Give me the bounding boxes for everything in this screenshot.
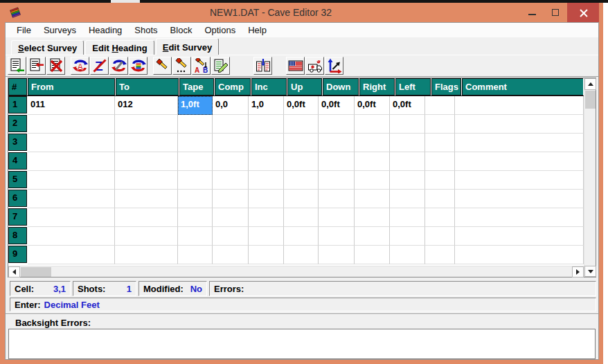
cell-comment-row5[interactable] bbox=[455, 171, 584, 190]
cell-flags-row8[interactable] bbox=[425, 227, 455, 246]
cell-left-row1[interactable]: 0,0ft bbox=[390, 96, 425, 115]
cell-comp-row6[interactable] bbox=[213, 190, 249, 208]
menu-heading[interactable]: Heading bbox=[82, 24, 128, 37]
row-number-7[interactable]: 7 bbox=[8, 208, 27, 226]
cell-left-row6[interactable] bbox=[390, 190, 425, 208]
cell-to-row3[interactable] bbox=[115, 134, 178, 152]
menu-surveys[interactable]: Surveys bbox=[37, 24, 82, 37]
cell-left-row2[interactable] bbox=[390, 115, 425, 134]
cell-right-row1[interactable]: 0,0ft bbox=[355, 96, 390, 115]
cell-right-row6[interactable] bbox=[355, 190, 390, 208]
vertical-scrollbar[interactable] bbox=[584, 78, 596, 277]
cell-comment-row7[interactable] bbox=[455, 208, 584, 227]
cell-inc-row9[interactable] bbox=[249, 246, 284, 264]
cell-left-row5[interactable] bbox=[390, 171, 425, 190]
cell-right-row5[interactable] bbox=[355, 171, 390, 190]
cell-flags-row6[interactable] bbox=[425, 190, 455, 208]
delete-row-button[interactable] bbox=[46, 57, 65, 75]
cell-down-row5[interactable] bbox=[319, 171, 355, 190]
cell-from-row3[interactable] bbox=[28, 134, 115, 152]
flashlight-button[interactable] bbox=[153, 57, 172, 75]
row-number-2[interactable]: 2 bbox=[8, 115, 27, 132]
cell-left-row3[interactable] bbox=[390, 134, 425, 152]
survey-cycle-line-button[interactable] bbox=[109, 57, 128, 75]
transfer-list-button[interactable] bbox=[253, 57, 272, 75]
cell-flags-row3[interactable] bbox=[425, 134, 455, 152]
row-number-5[interactable]: 5 bbox=[8, 171, 27, 188]
cell-comment-row3[interactable] bbox=[455, 134, 584, 152]
menu-file[interactable]: File bbox=[10, 24, 37, 37]
cell-inc-row7[interactable] bbox=[249, 208, 284, 227]
cell-down-row7[interactable] bbox=[319, 208, 355, 227]
cell-tape-row7[interactable] bbox=[178, 208, 213, 227]
survey-cycle-z-button[interactable]: Z bbox=[90, 57, 109, 75]
cell-comp-row7[interactable] bbox=[213, 208, 249, 227]
cell-from-row1[interactable]: 011 bbox=[28, 96, 115, 115]
cell-comp-row1[interactable]: 0,0 bbox=[213, 96, 249, 115]
cell-right-row9[interactable] bbox=[355, 246, 390, 264]
cell-right-row8[interactable] bbox=[355, 227, 390, 246]
backsight-errors-box[interactable] bbox=[8, 329, 596, 359]
cell-from-row7[interactable] bbox=[28, 208, 115, 227]
cell-left-row7[interactable] bbox=[390, 208, 425, 227]
cell-flags-row5[interactable] bbox=[425, 171, 455, 190]
cell-from-row4[interactable] bbox=[28, 152, 115, 171]
menu-help[interactable]: Help bbox=[242, 24, 273, 37]
menu-options[interactable]: Options bbox=[198, 24, 242, 37]
add-row-button[interactable] bbox=[8, 57, 26, 75]
cell-from-row5[interactable] bbox=[28, 171, 115, 190]
cell-to-row9[interactable] bbox=[115, 246, 178, 264]
row-number-6[interactable]: 6 bbox=[8, 190, 27, 207]
row-number-1[interactable]: 1 bbox=[8, 96, 27, 113]
cell-comp-row5[interactable] bbox=[213, 171, 249, 190]
cell-comment-row6[interactable] bbox=[455, 190, 584, 208]
cell-comment-row8[interactable] bbox=[455, 227, 584, 246]
cell-comp-row2[interactable] bbox=[213, 115, 249, 134]
cell-right-row2[interactable] bbox=[355, 115, 390, 134]
cell-comment-row1[interactable] bbox=[455, 96, 584, 115]
flashlight-dots-button[interactable] bbox=[172, 57, 191, 75]
ambulance-button[interactable] bbox=[305, 57, 324, 75]
scroll-up-button[interactable] bbox=[584, 78, 596, 90]
cell-up-row6[interactable] bbox=[284, 190, 319, 208]
cell-from-row9[interactable] bbox=[28, 246, 115, 264]
cell-flags-row7[interactable] bbox=[425, 208, 455, 227]
menu-block[interactable]: Block bbox=[164, 24, 199, 37]
horizontal-scroll-thumb[interactable] bbox=[21, 267, 51, 277]
cell-down-row8[interactable] bbox=[319, 227, 355, 246]
row-number-3[interactable]: 3 bbox=[8, 134, 27, 151]
tab-edit-heading[interactable]: Edit Heading bbox=[85, 40, 154, 55]
cell-up-row4[interactable] bbox=[284, 152, 319, 171]
cell-comment-row2[interactable] bbox=[455, 115, 584, 134]
cell-to-row4[interactable] bbox=[115, 152, 178, 171]
cell-comp-row8[interactable] bbox=[213, 227, 249, 246]
cell-inc-row8[interactable] bbox=[249, 227, 284, 246]
cell-left-row9[interactable] bbox=[390, 246, 425, 264]
cell-to-row8[interactable] bbox=[115, 227, 178, 246]
cell-down-row2[interactable] bbox=[319, 115, 355, 134]
cell-inc-row5[interactable] bbox=[249, 171, 284, 190]
us-flag-button[interactable] bbox=[286, 57, 305, 75]
cell-comp-row4[interactable] bbox=[213, 152, 249, 171]
vertical-scroll-thumb[interactable] bbox=[585, 91, 596, 109]
cell-down-row3[interactable] bbox=[319, 134, 355, 152]
cell-to-row2[interactable] bbox=[115, 115, 178, 134]
maximize-button[interactable] bbox=[544, 3, 567, 22]
cell-up-row5[interactable] bbox=[284, 171, 319, 190]
cell-left-row4[interactable] bbox=[390, 152, 425, 171]
horizontal-scrollbar[interactable] bbox=[8, 266, 584, 277]
survey-cycle-a-button[interactable]: A bbox=[71, 57, 89, 75]
cell-tape-row9[interactable] bbox=[178, 246, 213, 264]
cell-tape-row8[interactable] bbox=[178, 227, 213, 246]
cell-to-row5[interactable] bbox=[115, 171, 178, 190]
cell-from-row2[interactable] bbox=[28, 115, 115, 134]
cell-comp-row9[interactable] bbox=[213, 246, 249, 264]
cell-comp-row3[interactable] bbox=[213, 134, 249, 152]
cell-flags-row4[interactable] bbox=[425, 152, 455, 171]
cell-inc-row2[interactable] bbox=[249, 115, 284, 134]
cell-tape-row4[interactable] bbox=[178, 152, 213, 171]
minimize-button[interactable] bbox=[520, 3, 544, 22]
cell-flags-row1[interactable] bbox=[425, 96, 455, 115]
cell-inc-row6[interactable] bbox=[249, 190, 284, 208]
cell-from-row8[interactable] bbox=[28, 227, 115, 246]
